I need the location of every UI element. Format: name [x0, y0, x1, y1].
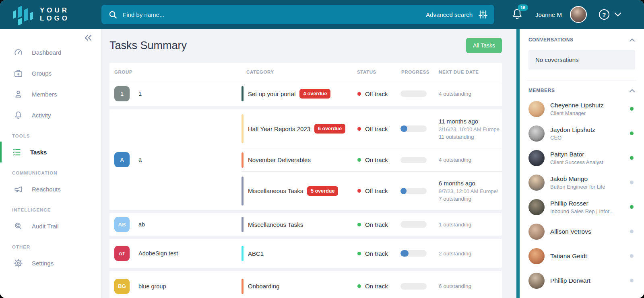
sidebar-item-groups[interactable]: Groups [0, 63, 101, 84]
sidebar-item-label: Groups [32, 70, 52, 77]
member-row[interactable]: Tatiana Geidt [528, 244, 635, 268]
table-row[interactable]: AT AdobeSign test ABC1 On track [109, 239, 502, 268]
sidebar-item-label: Members [32, 91, 57, 98]
sidebar-section-communication: COMMUNICATION [0, 162, 101, 179]
category-cell: Miscellaneous Tasks 5 overdue [242, 177, 352, 206]
right-sidebar: CONVERSATIONS No coversations MEMBERS Ch… [520, 29, 644, 298]
panel-divider [516, 29, 520, 298]
conversations-section-header[interactable]: CONVERSATIONS [528, 37, 635, 43]
conversations-empty-state: No coversations [528, 50, 635, 70]
table-header: GROUP CATEGORY STATUS PROGRESS NEXT DUE … [109, 63, 502, 81]
progress-cell [396, 188, 433, 194]
notifications-button[interactable]: 16 [511, 8, 525, 21]
members-list: Cheyenne LipshutzClient Manager Jaydon L… [528, 97, 635, 293]
megaphone-icon [14, 185, 23, 194]
presence-dot [630, 205, 634, 209]
member-avatar [528, 125, 545, 142]
top-bar: YOUR LOGO Advanced search [0, 0, 644, 29]
logo-text: YOUR LOGO [40, 6, 70, 23]
member-row[interactable]: Paityn BatorClient Success Analyst [528, 146, 635, 170]
logo[interactable]: YOUR LOGO [0, 4, 101, 25]
member-role: Client Success Analyst [550, 159, 624, 165]
member-row[interactable]: Phillip Dorwart [528, 268, 635, 293]
group-name: blue group [138, 283, 166, 290]
sidebar-item-audit-trail[interactable]: Audit Trail [0, 216, 101, 236]
members-section-header[interactable]: MEMBERS [528, 88, 635, 93]
status-dot [357, 252, 361, 255]
column-header-due: NEXT DUE DATE [433, 70, 502, 74]
category-color-bar [242, 217, 244, 232]
search-input[interactable] [123, 11, 426, 18]
user-avatar[interactable] [570, 6, 587, 23]
overdue-badge: 6 overdue [314, 124, 345, 134]
topbar-actions: 16 Joanne M ? [511, 6, 621, 23]
activity-bell-icon [14, 111, 23, 120]
member-avatar [528, 273, 545, 289]
due-relative: 6 months ago [439, 179, 502, 187]
group-avatar: A [114, 152, 130, 167]
outstanding-count: 2 outstanding [439, 250, 502, 257]
status-cell: On track [352, 250, 396, 257]
category-color-bar [242, 279, 244, 294]
outstanding-count: 4 outstanding [439, 156, 502, 164]
status-dot [357, 284, 361, 288]
help-icon[interactable]: ? [599, 9, 609, 20]
progress-bar [400, 125, 427, 132]
search-bar[interactable]: Advanced search [101, 5, 494, 24]
progress-cell [396, 125, 433, 132]
conversations-header-label: CONVERSATIONS [528, 37, 574, 43]
chevron-up-icon [629, 89, 635, 92]
table-row[interactable]: BG blue group Onboarding On track [109, 271, 502, 298]
member-row[interactable]: Jaydon LipshutzCEO [528, 121, 635, 146]
member-row[interactable]: Cheyenne LipshutzClient Manager [528, 97, 635, 121]
category-label: Set up your portal [248, 90, 295, 97]
table-row[interactable]: A a Half Year Reports 2023 6 overdue Off… [109, 109, 502, 210]
sidebar-item-label: Reachouts [32, 186, 61, 193]
chevron-up-icon [629, 38, 635, 42]
sidebar-item-members[interactable]: Members [0, 84, 101, 105]
sidebar-item-label: Settings [32, 260, 54, 267]
filter-sliders-icon [478, 10, 488, 19]
member-row[interactable]: Phillip RosserInbound Sales Rep | Infor.… [528, 195, 635, 219]
sidebar-item-dashboard[interactable]: Dashboard [0, 42, 101, 63]
member-row[interactable]: Jakob MangoButton Engineer for Life [528, 170, 635, 195]
group-avatar: AT [114, 246, 130, 261]
app-body: Dashboard Groups Members [0, 29, 644, 298]
status-label: On track [365, 283, 388, 290]
search-icon [109, 10, 117, 19]
due-cell: 2 outstanding [433, 250, 502, 257]
audit-trail-icon [14, 222, 23, 231]
app-window: YOUR LOGO Advanced search [0, 0, 644, 298]
chevron-down-icon[interactable] [614, 12, 621, 17]
table-row[interactable]: 1 1 Set up your portal 4 overdue Off tra… [109, 81, 502, 106]
dashboard-gauge-icon [14, 48, 23, 57]
logo-icon [12, 4, 35, 25]
group-avatar: AB [114, 217, 130, 232]
presence-dot [630, 279, 634, 282]
sidebar-item-settings[interactable]: Settings [0, 253, 101, 273]
sidebar-item-tasks[interactable]: Tasks [0, 142, 101, 162]
progress-bar [400, 221, 427, 228]
category-cell: ABC1 [242, 246, 352, 261]
sidebar-item-activity[interactable]: Activity [0, 105, 101, 125]
category-label: November Deliverables [248, 156, 311, 163]
category-cell: Onboarding [242, 279, 352, 294]
category-label: Half Year Reports 2023 [248, 125, 310, 132]
collapse-sidebar-icon[interactable] [84, 35, 92, 41]
progress-cell [396, 283, 433, 290]
category-color-bar [242, 177, 244, 206]
due-cell: 4 outstanding [433, 156, 502, 164]
group-name: ab [138, 221, 145, 228]
table-row[interactable]: AB ab Miscellaneous Tasks On track [109, 213, 502, 236]
all-tasks-button[interactable]: All Tasks [466, 38, 502, 53]
sidebar-item-reachouts[interactable]: Reachouts [0, 179, 101, 199]
member-row[interactable]: Allison Vetrovs [528, 219, 635, 244]
status-label: On track [365, 156, 388, 163]
due-relative: 11 months ago [439, 117, 502, 125]
sidebar-item-label: Audit Trail [32, 223, 59, 230]
category-label: Miscellaneous Tasks [248, 187, 303, 194]
member-name: Phillip Rosser [550, 200, 624, 207]
due-datetime: 3/16/23, 10:00 AM Europe [439, 125, 502, 133]
advanced-search-button[interactable]: Advanced search [426, 10, 488, 19]
status-cell: On track [352, 156, 396, 163]
